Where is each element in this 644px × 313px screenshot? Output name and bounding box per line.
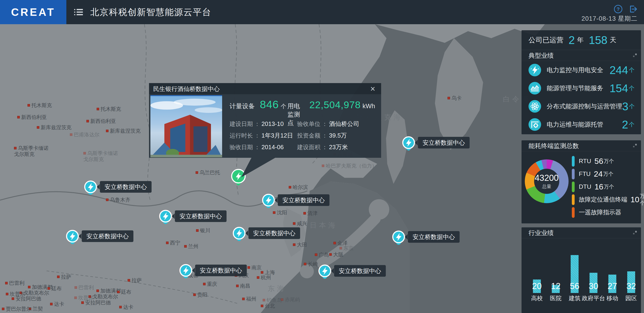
marker-label-bubble[interactable]: 安立桥数据中心 <box>418 137 470 148</box>
map-city-label: 南昌 <box>236 283 250 290</box>
marker-label-bubble[interactable]: 安立桥数据中心 <box>408 231 460 243</box>
close-icon[interactable]: × <box>368 84 378 94</box>
map-city-dot <box>322 165 324 167</box>
map-city-label: 巴雷利 <box>5 280 24 287</box>
map-city-dot <box>193 294 196 296</box>
donut-total-value: 43200 <box>535 173 559 183</box>
logout-icon[interactable] <box>629 5 638 13</box>
map-city-label: 巴甫洛达尔 <box>70 131 100 138</box>
map-marker[interactable] <box>391 230 406 250</box>
map-city-dot <box>17 116 20 118</box>
achievement-item: 电力运维与能源托管 2 个 <box>522 115 641 134</box>
map-city-label: 咸兴 <box>293 220 307 227</box>
marker-label-bubble[interactable]: 安立桥数据中心 <box>195 265 247 276</box>
map-city-dot <box>37 126 39 129</box>
donut-legend: RTU 56 万个 FTU 24 万个 DTU 16 万个 故障定位通信终端 1… <box>572 155 639 219</box>
legend-item: DTU 16 万个 <box>572 180 639 193</box>
map-city-dot <box>315 254 317 256</box>
marker-label-bubble[interactable]: 安立桥数据中心 <box>82 230 134 242</box>
marker-label-bubble[interactable]: 安立桥数据中心 <box>248 227 300 239</box>
map-city-dot <box>303 212 306 215</box>
map-city-label: 清津 <box>303 210 318 217</box>
map-city-dot <box>119 306 122 308</box>
popup-details: 计量设备 846 个 用电监测点 22,504,978 kWh 建设日期：201… <box>226 94 381 158</box>
bar-value: 20 <box>532 281 542 291</box>
stat-value: 22,504,978 <box>310 99 361 111</box>
map-marker[interactable] <box>83 180 98 199</box>
map-city-dot <box>196 229 198 232</box>
bar-value: 12 <box>551 281 560 291</box>
achievement-item: 电力监控与用电安全 244 个 <box>522 61 641 79</box>
map-city-label: 乌卡 <box>448 95 462 102</box>
map-city-dot <box>83 152 86 155</box>
map-city-dot <box>28 104 30 107</box>
help-icon[interactable]: ? <box>614 5 622 13</box>
dashboard-root: CREAT 北京科税创新智慧能源云平台 ? 2017-08-13 星期二 托木斯… <box>0 0 644 313</box>
expand-icon[interactable] <box>632 144 637 148</box>
marker-label-bubble[interactable]: 安立桥数据中心 <box>175 210 226 222</box>
map-city-label: 乌鲁木齐 <box>106 196 130 203</box>
marker-label-bubble[interactable]: 安立桥数据中心 <box>334 265 386 277</box>
menu-icon[interactable] <box>74 8 83 16</box>
stat-unit: 个 <box>280 103 286 110</box>
map-city-label: 廷布 <box>117 289 131 296</box>
map-city-label: 贵阳 <box>193 291 208 298</box>
map-city-label: 长崎 <box>304 261 318 268</box>
map-city-label: 廷布 <box>48 285 62 292</box>
map-marker[interactable] <box>261 193 276 213</box>
expand-icon[interactable] <box>632 53 637 58</box>
map-city-dot <box>263 299 265 301</box>
detail-item: 建设日期：2013-10 <box>230 118 297 130</box>
donut-total-label: 总量 <box>542 183 551 190</box>
panel-company: 公司已运营 2年 158天 典型业绩 电力监控与用电安全 244 个 <box>522 30 641 134</box>
map-marker[interactable] <box>401 136 416 155</box>
legend-swatch <box>572 182 574 192</box>
bar-category: 医院 <box>550 294 562 302</box>
legend-swatch <box>572 207 574 218</box>
map-marker[interactable] <box>232 226 246 246</box>
map-marker[interactable] <box>65 229 80 249</box>
marker-label-bubble[interactable]: 安立桥数据中心 <box>278 194 330 206</box>
svg-text:?: ? <box>616 6 620 12</box>
map-city-label: 新库兹涅茨克 <box>37 124 72 131</box>
map-city-label: 托木斯克 <box>28 102 52 109</box>
map-city-dot <box>86 120 89 122</box>
popup-body: 计量设备 846 个 用电监测点 22,504,978 kWh 建设日期：201… <box>149 94 381 158</box>
map-city-label: 安拉阿巴德 <box>12 295 41 302</box>
popup-detail-grid: 建设日期：2013-10 验收单位：酒仙桥公司 运行时长：1年3月12日 投资金… <box>230 118 375 153</box>
map-city-dot <box>248 266 250 269</box>
map-city-dot <box>281 298 283 301</box>
popup-titlebar: 民生银行酒仙桥数据中心 × <box>149 83 381 94</box>
brand-logo: CREAT <box>0 0 66 24</box>
section-title-industry: 行业业绩 <box>522 227 641 238</box>
map-city-dot <box>289 186 291 189</box>
lightning-icon <box>528 64 541 76</box>
map-city-dot <box>81 301 84 304</box>
bar-value: 27 <box>608 281 617 291</box>
ops-gear-icon <box>528 118 541 131</box>
map-city-label: 乌斯季卡缅诺戈尔斯克 <box>14 145 49 158</box>
bar-value: 32 <box>626 281 636 291</box>
marker-label-bubble[interactable]: 安立桥数据中心 <box>100 181 152 193</box>
map-marker[interactable] <box>317 264 332 284</box>
achievement-item: 能源管理与节能服务 154 个 <box>522 79 641 97</box>
map-sea-label: 日本海 <box>310 221 338 230</box>
map-sea-label: 东海 <box>268 284 286 294</box>
terminals-donut-chart: 43200 总量 <box>525 159 568 203</box>
detail-item: 运行时长：1年3月12日 <box>230 130 297 141</box>
expand-icon[interactable] <box>632 231 637 235</box>
map-city-label: 安拉阿巴德 <box>81 299 111 306</box>
map-marker[interactable] <box>178 264 193 283</box>
map-city-label: 赤尾屿 <box>281 296 300 303</box>
detail-item: 建设面积：23万米 <box>297 141 375 153</box>
map-city-dot <box>74 286 77 289</box>
section-title-typical: 典型业绩 <box>522 50 641 61</box>
donut-center: 43200 总量 <box>534 169 559 194</box>
legend-item: 一遥故障指示器 <box>572 206 639 219</box>
map-city-dot <box>340 247 342 250</box>
map-city-label: 拉萨 <box>57 274 71 281</box>
stat-label: 计量设备 <box>230 102 255 110</box>
map-city-label: 钓鱼岛 <box>263 297 282 304</box>
map-marker[interactable] <box>158 209 173 229</box>
bar-category: 建筑 <box>569 294 580 302</box>
